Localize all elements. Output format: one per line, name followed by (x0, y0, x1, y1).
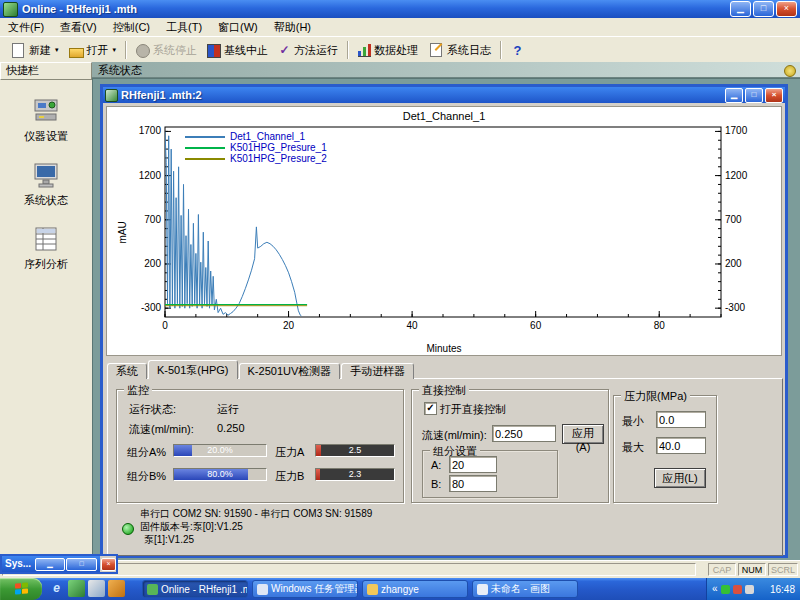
flow-value: 0.250 (217, 422, 245, 434)
baseline-icon (207, 44, 221, 58)
quicklaunch-show-desktop-icon[interactable] (88, 580, 105, 597)
menu-help[interactable]: 帮助(H) (266, 18, 319, 36)
minimized-window-titlebar[interactable]: Sys... ▁ □ (2, 556, 100, 572)
sidebar-item-system-status[interactable]: 系统状态 (0, 160, 92, 208)
taskbar-task-zhangye[interactable]: zhangye (362, 580, 468, 598)
menu-tools[interactable]: 工具(T) (158, 18, 210, 36)
tab-manual-injector[interactable]: 手动进样器 (341, 363, 414, 379)
child-window: RHfenji1 .mth:2 ▁ □ × Det1_Channel_1 020… (100, 84, 788, 558)
help-button[interactable]: ? (506, 40, 529, 61)
instrument-icon (31, 96, 61, 126)
maximize-button[interactable]: □ (753, 1, 774, 17)
child-minimize-button[interactable]: ▁ (725, 88, 743, 103)
component-b-text: 80.0% (174, 469, 266, 480)
start-button[interactable] (0, 578, 42, 600)
component-a-progressbar: 20.0% (173, 444, 267, 457)
child-window-icon (105, 89, 118, 102)
firmware-version-line1: 固件版本号:泵[0]:V1.25 (140, 520, 243, 534)
component-a-input[interactable] (449, 456, 497, 473)
mini-close-button[interactable]: × (101, 558, 116, 571)
windows-flag-icon (15, 582, 28, 595)
task-paint-icon (477, 584, 488, 595)
svg-text:200: 200 (144, 258, 161, 269)
sidebar-item-sequence-analysis[interactable]: 序列分析 (0, 224, 92, 272)
child-title-bar[interactable]: RHfenji1 .mth:2 ▁ □ × (103, 87, 785, 103)
open-dropdown-icon[interactable]: ▾ (113, 46, 117, 54)
data-process-button[interactable]: 数据处理 (353, 40, 423, 61)
direct-control-checkbox[interactable]: ✓ (424, 402, 437, 415)
tab-system[interactable]: 系统 (107, 363, 147, 379)
tab-k501-pump[interactable]: K-501泵(HPG) (148, 360, 238, 379)
mdi-area: RHfenji1 .mth:2 ▁ □ × Det1_Channel_1 020… (92, 78, 800, 560)
window-title: Online - RHfenji1 .mth (22, 3, 728, 15)
sidebar-item-instrument-setup[interactable]: 仪器设置 (0, 96, 92, 144)
component-b-label: 组分B% (127, 469, 166, 484)
child-maximize-button[interactable]: □ (745, 88, 763, 103)
apply-flow-button[interactable]: 应用(A) (562, 424, 604, 444)
pressure-a-label: 压力A (275, 445, 304, 460)
svg-text:80: 80 (654, 320, 666, 331)
pressure-limit-title: 压力限(MPa) (621, 389, 690, 404)
tray-chevron-icon[interactable]: « (712, 579, 718, 599)
menu-window[interactable]: 窗口(W) (210, 18, 266, 36)
quicklaunch-media-icon[interactable] (108, 580, 125, 597)
svg-text:20: 20 (283, 320, 295, 331)
legend-swatch-det1 (185, 136, 225, 138)
tray-red-icon[interactable] (733, 585, 742, 594)
svg-text:700: 700 (725, 214, 742, 225)
sequence-table-icon (31, 224, 61, 254)
pressure-a-text: 2.5 (316, 445, 394, 456)
legend-swatch-pressure1 (185, 147, 225, 149)
legend-label-pressure2: K501HPG_Presure_2 (230, 153, 327, 164)
menu-view[interactable]: 查看(V) (52, 18, 105, 36)
child-close-button[interactable]: × (765, 88, 783, 103)
taskbar-task-paint[interactable]: 未命名 - 画图 (472, 580, 578, 598)
apply-pressure-button[interactable]: 应用(L) (654, 468, 706, 488)
system-log-button[interactable]: 系统日志 (423, 40, 496, 61)
mini-restore-button[interactable]: ▁ (35, 558, 66, 571)
toolbar: 新建 ▾ 打开 ▾ 系统停止 基线中止 ✓ 方法运行 数据处理 系统日志 (0, 36, 800, 64)
child-content: Det1_Channel_1 020406080-300-30020020070… (103, 103, 785, 555)
svg-text:200: 200 (725, 258, 742, 269)
baseline-abort-button[interactable]: 基线中止 (202, 40, 273, 61)
method-run-button[interactable]: ✓ 方法运行 (273, 40, 343, 61)
status-bar: CAP NUM SCRL (0, 560, 800, 579)
minimized-window-sys[interactable]: Sys... ▁ □ × (0, 554, 118, 574)
monitor-icon (31, 160, 61, 190)
taskbar-task-taskmanager[interactable]: Windows 任务管理器 (252, 580, 358, 598)
component-b-progressbar: 80.0% (173, 468, 267, 481)
svg-text:700: 700 (144, 214, 161, 225)
tray-green-icon[interactable] (721, 585, 730, 594)
run-state-value: 运行 (217, 402, 239, 417)
firmware-version-line2: 泵[1]:V1.25 (144, 533, 194, 547)
toolbar-separator (500, 41, 502, 59)
quick-launch-bar: e (48, 580, 125, 597)
new-file-icon (12, 43, 24, 58)
new-button[interactable]: 新建 ▾ (5, 40, 64, 61)
new-dropdown-icon[interactable]: ▾ (55, 46, 59, 54)
app-icon (3, 2, 18, 17)
svg-text:1200: 1200 (139, 170, 162, 181)
legend-label-pressure1: K501HPG_Presure_1 (230, 142, 327, 153)
svg-text:60: 60 (530, 320, 542, 331)
taskbar-task-online[interactable]: Online - RHfenji1 .mth (142, 580, 248, 598)
close-button[interactable]: × (776, 1, 797, 17)
direct-flow-input[interactable] (492, 425, 556, 442)
caption-pin-icon[interactable] (784, 65, 796, 77)
x-axis-label: Minutes (107, 343, 781, 354)
mini-maximize-button[interactable]: □ (66, 558, 97, 571)
tab-k2501-uv-detector[interactable]: K-2501UV检测器 (239, 363, 341, 379)
menu-control[interactable]: 控制(C) (105, 18, 158, 36)
direct-control-checkbox-label: 打开直接控制 (440, 402, 506, 417)
task-folder-icon (367, 584, 378, 595)
menu-file[interactable]: 文件(F) (0, 18, 52, 36)
open-button[interactable]: 打开 ▾ (64, 40, 122, 61)
pressure-max-input[interactable] (656, 437, 706, 454)
pressure-min-input[interactable] (656, 411, 706, 428)
status-led (122, 523, 134, 535)
quicklaunch-messenger-icon[interactable] (68, 580, 85, 597)
tray-gray-icon[interactable] (745, 585, 754, 594)
quicklaunch-ie-icon[interactable]: e (48, 580, 65, 597)
component-b-input[interactable] (449, 475, 497, 492)
minimize-button[interactable]: ▁ (730, 1, 751, 17)
